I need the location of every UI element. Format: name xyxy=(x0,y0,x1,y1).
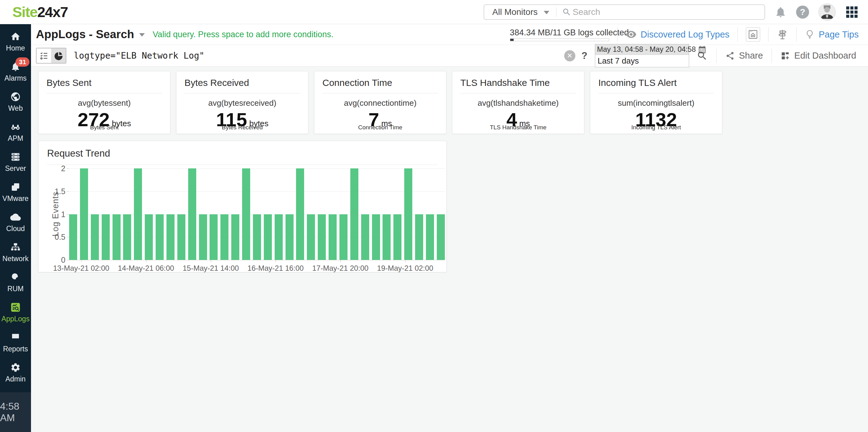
chart-bar[interactable] xyxy=(113,214,121,260)
y-axis-tick xyxy=(67,191,69,192)
y-axis-tick xyxy=(67,168,69,169)
chart-bar[interactable] xyxy=(415,214,423,260)
card-title: Incoming TLS Alert xyxy=(598,78,714,88)
network-icon xyxy=(10,242,21,252)
signpost-icon[interactable] xyxy=(777,29,788,40)
chart-bar[interactable] xyxy=(188,168,196,260)
sidebar-item-applogs[interactable]: AppLogs xyxy=(0,298,31,328)
chart-bar[interactable] xyxy=(220,214,228,260)
x-tick-label: 13-May-21 02:00 xyxy=(53,264,109,273)
y-tick-label: 0.5 xyxy=(49,233,65,242)
server-icon xyxy=(10,152,21,162)
sidebar-item-label: Cloud xyxy=(6,224,25,233)
sidebar-item-network[interactable]: Network xyxy=(0,237,31,267)
query-input[interactable]: logtype="ELB Network Log" xyxy=(74,51,564,61)
chart-bar[interactable] xyxy=(275,214,283,260)
avatar[interactable] xyxy=(818,3,836,21)
sidebar-item-vmware[interactable]: VMware xyxy=(0,177,31,207)
divider xyxy=(184,93,300,93)
search-icon xyxy=(562,7,571,17)
logo[interactable]: Site24x7 xyxy=(12,3,68,21)
sidebar-item-cloud[interactable]: Cloud xyxy=(0,207,31,237)
edit-dashboard-button[interactable]: Edit Dashboard xyxy=(781,51,856,61)
chart-bar[interactable] xyxy=(134,168,142,260)
monitor-filter-dropdown[interactable]: All Monitors xyxy=(484,7,556,17)
card-footer-label: Bytes Received xyxy=(176,124,308,131)
card-metric-expression: avg(bytesreceived) xyxy=(176,98,308,108)
bar-series xyxy=(69,168,445,260)
sidebar-item-server[interactable]: Server xyxy=(0,147,31,177)
chart-bar[interactable] xyxy=(231,214,239,260)
divider xyxy=(598,93,714,93)
clear-query-icon[interactable]: ✕ xyxy=(564,50,576,61)
page-title-dropdown[interactable]: AppLogs - Search xyxy=(36,28,145,41)
sidebar-item-label: Reports xyxy=(3,345,28,353)
chart-view-toggle[interactable] xyxy=(51,49,66,63)
sidebar-item-label: Home xyxy=(6,44,25,53)
card-metric-expression: avg(connectiontime) xyxy=(314,98,446,108)
chart-bar[interactable] xyxy=(102,214,110,260)
chart-bar[interactable] xyxy=(242,168,250,260)
chart-bar[interactable] xyxy=(350,168,359,260)
sidebar-item-admin[interactable]: Admin xyxy=(0,358,31,388)
chart-bar[interactable] xyxy=(307,214,315,260)
request-trend-card: Request Trend Log Events 21.510.5013-May… xyxy=(38,141,447,272)
help-icon[interactable]: ? xyxy=(796,6,809,19)
chart-bar[interactable] xyxy=(69,214,77,260)
run-search-icon[interactable] xyxy=(696,50,708,61)
sidebar-item-apm[interactable]: APM xyxy=(0,117,31,147)
chart-bar[interactable] xyxy=(339,214,347,260)
chart-bar[interactable] xyxy=(318,214,326,260)
chart-bar[interactable] xyxy=(91,214,99,260)
list-view-toggle[interactable] xyxy=(37,49,51,63)
sidebar-item-alarms[interactable]: 31Alarms xyxy=(0,57,31,87)
chart-bar[interactable] xyxy=(199,214,207,260)
chart-bar[interactable] xyxy=(253,214,261,260)
sidebar-item-web[interactable]: Web xyxy=(0,87,31,117)
vmware-icon xyxy=(10,182,21,192)
sidebar-item-reports[interactable]: Reports xyxy=(0,328,31,358)
x-tick-label: 16-May-21 16:00 xyxy=(247,264,304,273)
chart-bar[interactable] xyxy=(177,214,185,260)
sidebar-item-rum[interactable]: RUM xyxy=(0,267,31,298)
chart-bar[interactable] xyxy=(156,214,164,260)
page-tips-link[interactable]: Page Tips xyxy=(805,29,859,40)
share-button[interactable]: Share xyxy=(725,51,763,61)
default-dashboard-button[interactable] xyxy=(746,27,760,41)
x-axis-tick xyxy=(211,260,211,263)
x-axis-tick xyxy=(276,260,276,263)
query-help-icon[interactable]: ? xyxy=(582,50,587,61)
chart-bar[interactable] xyxy=(264,214,272,260)
divider xyxy=(617,27,618,41)
y-axis-tick xyxy=(67,237,69,237)
notifications-bell-icon[interactable] xyxy=(774,6,787,18)
chart-bar[interactable] xyxy=(437,214,445,260)
discovered-log-types-link[interactable]: Discovered Log Types xyxy=(626,29,730,40)
divider xyxy=(322,93,438,93)
chart-bar[interactable] xyxy=(145,214,153,260)
sidebar-item-home[interactable]: Home xyxy=(0,27,31,57)
chart-bar[interactable] xyxy=(123,214,131,260)
chart-bar[interactable] xyxy=(80,168,88,260)
date-range-picker[interactable]: May 13, 04:58 - May 20, 04:58 Last 7 day… xyxy=(595,44,689,67)
divider xyxy=(46,93,162,93)
chart-bar[interactable] xyxy=(210,214,218,260)
topbar-right: All Monitors ? xyxy=(484,3,859,21)
x-axis-tick xyxy=(146,260,146,263)
chart-bar[interactable] xyxy=(329,214,337,260)
chart-bar[interactable] xyxy=(361,214,369,260)
log-usage-text: 384.34 MB/11 GB logs collected xyxy=(510,28,609,37)
apps-grid-icon[interactable] xyxy=(845,5,859,19)
search-input[interactable] xyxy=(572,5,765,19)
chart-bar[interactable] xyxy=(393,214,401,260)
chart-bar[interactable] xyxy=(285,214,293,260)
chart-bar[interactable] xyxy=(166,214,175,260)
card-footer-label: Connection Time xyxy=(314,124,446,131)
query-bar: logtype="ELB Network Log" ✕ ? May 13, 04… xyxy=(31,45,868,67)
chart-bar[interactable] xyxy=(404,168,412,260)
chart-bar[interactable] xyxy=(372,214,380,260)
chart-bar[interactable] xyxy=(296,168,304,260)
divider xyxy=(772,49,772,63)
chart-bar[interactable] xyxy=(426,214,434,260)
chart-bar[interactable] xyxy=(382,214,391,260)
